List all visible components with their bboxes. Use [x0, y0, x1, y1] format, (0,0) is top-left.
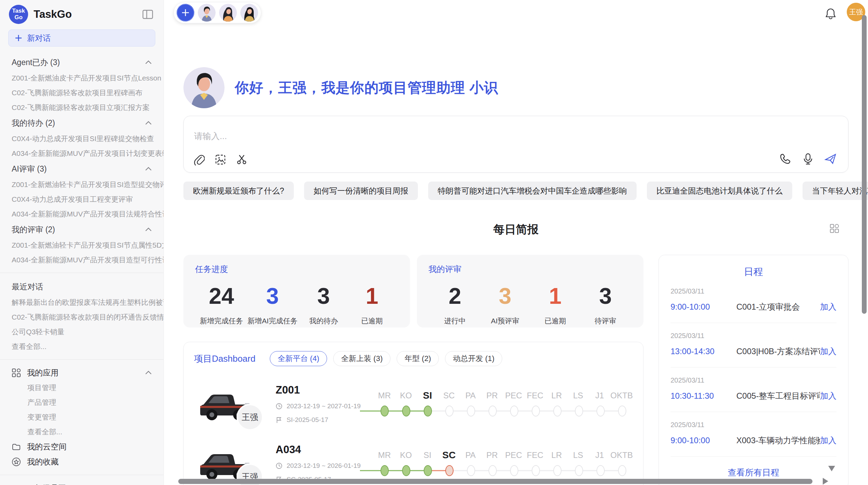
schedule-name: C001-立项审批会 — [732, 301, 820, 312]
message-composer[interactable]: 请输入... — [183, 116, 848, 173]
project-row[interactable]: 王强 A034 2023-12-19 ~ 2026-01-19 SC — [194, 442, 633, 485]
agent-avatar[interactable] — [240, 4, 258, 22]
suggestion-chip[interactable]: 如何写一份清晰的项目周报 — [304, 182, 418, 200]
section-title: AI评审 (3) — [12, 164, 47, 174]
schedule-item: 2025/03/11 13:00-14:30 C003|H0B-方案冻结评审 加… — [671, 323, 836, 368]
sidebar-collapse-button[interactable] — [142, 8, 154, 21]
task-item[interactable]: A034-全新新能源MUV产品开发项目造型可行性评审 — [0, 252, 164, 267]
schedule-time: 10:30-11:30 — [671, 391, 732, 401]
project-row[interactable]: 王强 Z001 2023-12-19 ~ 2027-01-19 SI — [194, 382, 633, 426]
schedule-card: 日程 2025/03/11 9:00-10:00 C001-立项审批会 加入 2… — [659, 255, 848, 485]
project-info: A034 2023-12-19 ~ 2026-01-19 SC-2025-05-… — [276, 444, 361, 483]
stat-label: 进行中 — [433, 316, 477, 326]
join-meeting-link[interactable]: 加入 — [820, 435, 836, 446]
join-meeting-link[interactable]: 加入 — [820, 390, 836, 401]
view-all-chats-link[interactable]: 查看全部... — [0, 339, 164, 354]
attach-button[interactable] — [193, 153, 206, 166]
date-range: 2023-12-19 ~ 2026-01-19 — [287, 462, 361, 470]
scroll-down-arrow[interactable] — [828, 466, 835, 471]
recent-chat-item[interactable]: 公司Q3轻卡销量 — [0, 324, 164, 339]
milestone-label: PA — [460, 448, 481, 462]
milestone-label: FEC — [524, 448, 546, 462]
milestone-label: OKTB — [611, 448, 633, 462]
milestone-label: MR — [374, 388, 395, 403]
task-item[interactable]: A034-全新新能源MUV产品开发项目计划变更表编写 — [0, 146, 164, 161]
task-item[interactable]: A034-全新新能源MUV产品开发项目法规符合性评审 — [0, 207, 164, 221]
clock-icon — [276, 462, 282, 469]
sidebar-item-cloud-space[interactable]: 我的云空间 — [0, 439, 164, 454]
section-my-todo[interactable]: 我的待办 (2) — [0, 115, 164, 131]
view-all-apps-link[interactable]: 查看全部... — [0, 424, 164, 439]
main-area: 王强 你好，王强，我是你的项目管理助理 小识 请输入... — [164, 0, 868, 485]
left-column: 任务进度 24 新增完成任务 3 新增AI完成任务 3 — [183, 255, 643, 485]
insert-image-button[interactable] — [214, 153, 227, 166]
stat-label: 新增完成任务 — [199, 316, 244, 326]
join-meeting-link[interactable]: 加入 — [820, 301, 836, 312]
image-icon — [215, 154, 226, 165]
new-chat-button[interactable]: 新对话 — [8, 29, 155, 47]
task-item[interactable]: Z001-全新燃油轻卡产品开发项目SI造型提交物评审 — [0, 177, 164, 192]
agent-avatar[interactable] — [219, 4, 237, 22]
voice-call-button[interactable] — [779, 152, 792, 165]
suggestion-chip[interactable]: 当下年轻人对汽车外观有怎样的喜好趋势 — [803, 182, 868, 200]
stat-value: 2 — [433, 284, 477, 308]
filter-model-year[interactable]: 年型 (2) — [397, 351, 439, 366]
task-item[interactable]: C02-飞腾新能源轻客改款项目立项汇报方案 — [0, 100, 164, 115]
task-item[interactable]: C02-飞腾新能源轻客改款项目里程碑画布 — [0, 85, 164, 100]
divider — [0, 475, 164, 475]
stat-value: 1 — [533, 284, 578, 308]
layout-toggle-button[interactable] — [829, 223, 840, 234]
stats-row: 任务进度 24 新增完成任务 3 新增AI完成任务 3 — [183, 255, 643, 327]
dashboard-header: 项目Dashboard 全新平台 (4) 全新上装 (3) 年型 (2) 动总开… — [194, 351, 633, 366]
schedule-date: 2025/03/11 — [671, 287, 836, 295]
task-item[interactable]: Z001-全新燃油轻卡产品开发项目SI节点属性5D文件评审 — [0, 238, 164, 252]
project-info: Z001 2023-12-19 ~ 2027-01-19 SI-2025-05-… — [276, 384, 361, 424]
milestone-label: PR — [481, 388, 503, 403]
ai-super-staff-label: AI超级员工 — [27, 483, 152, 485]
screenshot-button[interactable] — [235, 153, 248, 166]
stat: 1 已逾期 — [350, 284, 394, 326]
filter-new-platform[interactable]: 全新平台 (4) — [270, 351, 327, 366]
milestone-label: SI — [417, 448, 438, 462]
section-my-review[interactable]: 我的评审 (2) — [0, 221, 164, 238]
sidebar: Task Go TaskGo 新对话 Agent已办 (3) Z001-全新燃油… — [0, 0, 164, 485]
recent-chat-item[interactable]: C02-飞腾新能源轻客改款项目的闭环通告反馈情况 — [0, 310, 164, 324]
task-item[interactable]: C0X4-动力总成开发项目工程变更评审 — [0, 192, 164, 207]
app-item-project-management[interactable]: 项目管理 — [0, 380, 164, 395]
filter-new-body[interactable]: 全新上装 (3) — [333, 351, 390, 366]
app-item-change-management[interactable]: 变更管理 — [0, 410, 164, 424]
agent-avatar[interactable] — [198, 4, 216, 22]
schedule-item: 2025/03/11 9:00-10:00 C001-立项审批会 加入 — [671, 278, 836, 323]
suggestion-chip[interactable]: 欧洲新规最近颁布了什么? — [183, 182, 294, 200]
stat-value: 24 — [199, 284, 244, 308]
suggestion-chip[interactable]: 比亚迪全固态电池计划具体说了什么 — [647, 182, 792, 200]
sidebar-item-my-apps[interactable]: 我的应用 — [0, 365, 164, 380]
recent-chat-item[interactable]: 解释最新出台的欧盟报废车法规再生塑料比例被调至15%... — [0, 295, 164, 310]
panel-collapse-icon — [142, 10, 153, 19]
scroll-right-arrow[interactable] — [823, 478, 828, 485]
divider — [0, 359, 164, 360]
horizontal-scrollbar[interactable] — [178, 479, 812, 484]
microphone-button[interactable] — [801, 152, 815, 165]
app-item-product-management[interactable]: 产品管理 — [0, 395, 164, 410]
milestone-label-current: SC — [438, 448, 460, 462]
sidebar-item-favorites[interactable]: 我的收藏 — [0, 454, 164, 469]
milestone-label: LS — [567, 388, 589, 403]
scissors-icon — [236, 154, 248, 165]
join-meeting-link[interactable]: 加入 — [820, 346, 836, 357]
task-item[interactable]: Z001-全新燃油皮卡产品开发项目SI节点Lesson Learn报告 — [0, 71, 164, 85]
filter-powertrain[interactable]: 动总开发 (1) — [445, 351, 502, 366]
send-button[interactable] — [824, 152, 837, 165]
section-ai-review[interactable]: AI评审 (3) — [0, 161, 164, 177]
vertical-scrollbar[interactable] — [862, 15, 867, 314]
milestone-label: LR — [546, 388, 567, 403]
add-agent-button[interactable] — [177, 4, 194, 22]
suggestion-chip[interactable]: 特朗普可能对进口汽车增税会对中国车企造成哪些影响 — [428, 182, 637, 200]
task-item[interactable]: C0X4-动力总成开发项目SI里程碑提交物检查 — [0, 131, 164, 146]
sidebar-item-ai-super-staff[interactable]: AI超级员工 — [0, 481, 164, 485]
view-all-schedule-link[interactable]: 查看所有日程 — [671, 457, 836, 482]
apps-grid-icon — [12, 368, 21, 377]
section-agent-done[interactable]: Agent已办 (3) — [0, 54, 164, 71]
milestone-labels: MR KO SI SC PA PR PEC FEC LR LS J1 — [374, 388, 633, 403]
stat: 1 已逾期 — [533, 284, 578, 326]
